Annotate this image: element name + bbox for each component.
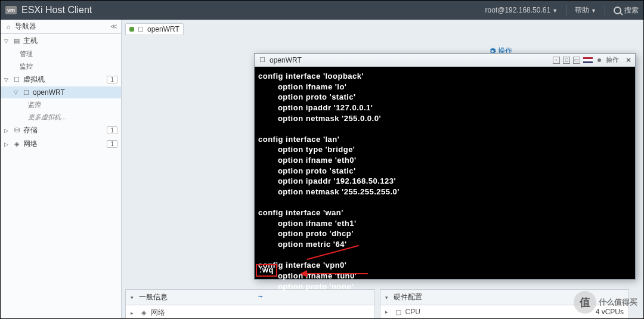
navigator-header: ⌂导航器 ≪ — [1, 20, 121, 34]
storage-icon: ⛁ — [13, 126, 21, 135]
network-icon: ◈ — [13, 140, 21, 148]
console-gear-icon — [596, 57, 603, 64]
console-vm-icon: ☐ — [258, 56, 267, 64]
tree-vms[interactable]: ▽☐虚拟机1 — [1, 73, 121, 86]
tree-vm-monitor[interactable]: 监控 — [1, 98, 121, 111]
tree-host-manage[interactable]: 管理 — [1, 48, 121, 60]
console-window-btn2[interactable]: ◻ — [563, 57, 570, 64]
help-menu[interactable]: 帮助▼ — [575, 5, 596, 16]
console-actions-menu[interactable]: 操作 — [606, 55, 619, 64]
keyboard-flag-icon[interactable] — [583, 57, 593, 63]
vm-item-icon: ☐ — [22, 88, 30, 97]
console-close-icon[interactable]: ✕ — [626, 56, 631, 64]
svg-point-1 — [597, 58, 601, 62]
tree-host-monitor[interactable]: 监控 — [1, 60, 121, 73]
vm-tab[interactable]: ☐ openWRT — [125, 23, 184, 35]
top-bar: vm ESXi Host Client root@192.168.50.61▼ … — [1, 1, 643, 20]
user-menu[interactable]: root@192.168.50.61▼ — [485, 6, 558, 14]
general-row-network[interactable]: ▸◈网络 — [126, 305, 374, 318]
collapse-icon[interactable]: ≪ — [110, 23, 117, 30]
vm-tab-icon: ☐ — [137, 25, 145, 33]
console-window-btn1[interactable]: ▫ — [553, 57, 560, 64]
top-right-menu: root@192.168.50.61▼ 帮助▼ 搜索 — [485, 5, 639, 16]
console-title: openWRT — [270, 56, 302, 64]
console-titlebar[interactable]: ☐ openWRT ▫ ◻ ▭ 操作 ✕ — [255, 54, 635, 67]
host-icon: ▤ — [13, 37, 21, 45]
tree-network[interactable]: ▷◈网络1 — [1, 137, 121, 151]
console-terminal[interactable]: config interface 'loopback' option ifnam… — [255, 67, 635, 279]
watermark: 值 什么值得买 — [574, 291, 637, 314]
tree-host[interactable]: ▽▤主机 — [1, 34, 121, 48]
cpu-row-icon: ▢ — [394, 308, 402, 316]
tree-vm-openwrt[interactable]: ▽☐openWRT — [1, 86, 121, 98]
watermark-icon: 值 — [574, 291, 596, 314]
vim-command-input[interactable]: :wq — [256, 264, 277, 277]
vm-icon: ☐ — [13, 76, 21, 84]
search-button[interactable]: 搜索 — [614, 5, 639, 16]
network-row-icon: ◈ — [140, 309, 148, 317]
content-area: ☐ openWRT 操作 CPU0 MHz ▢ 内存0 B ▥ — [122, 20, 643, 318]
vmware-logo: vm — [5, 6, 17, 14]
vm-status-icon — [129, 27, 134, 32]
home-icon: ⌂ — [4, 23, 13, 31]
tree-vm-more[interactable]: 更多虚拟机... — [1, 111, 121, 123]
tree-storage[interactable]: ▷⛁存储1 — [1, 123, 121, 137]
app-title: ESXi Host Client — [21, 5, 485, 16]
console-window-btn3[interactable]: ▭ — [573, 57, 580, 64]
navigator-sidebar: ⌂导航器 ≪ ▽▤主机 管理 监控 ▽☐虚拟机1 ▽☐openWRT 监控 更多… — [1, 20, 122, 318]
annotation-arrow — [302, 273, 368, 274]
console-window[interactable]: ☐ openWRT ▫ ◻ ▭ 操作 ✕ config interface 'l… — [254, 53, 636, 280]
general-info-panel: ▾一般信息 ▸◈网络 ▸⬡VMware Tools未安装 VMware Tool… — [125, 289, 375, 318]
search-icon — [614, 7, 621, 14]
